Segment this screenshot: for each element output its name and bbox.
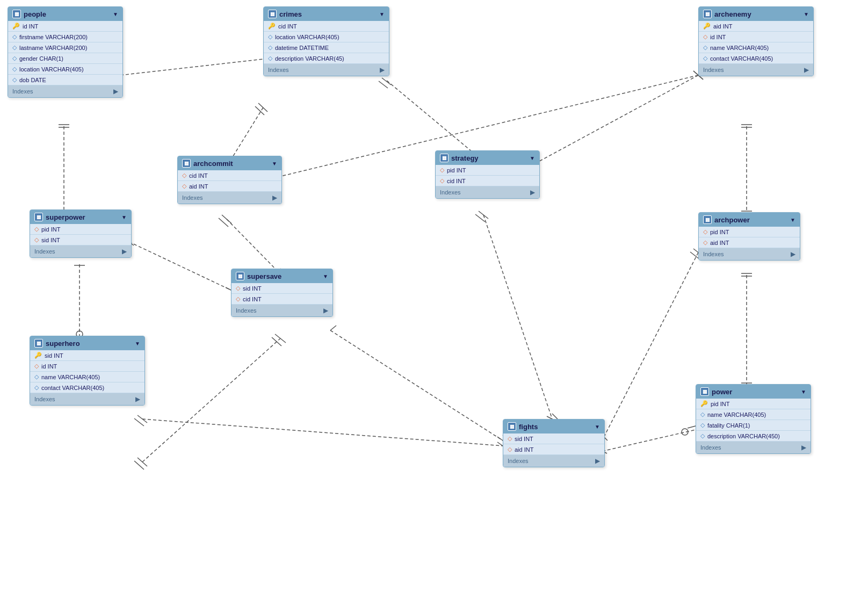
diamond-red-icon: ◇ bbox=[440, 167, 444, 174]
archenemy-indexes-arrow: ▶ bbox=[804, 66, 809, 74]
people-lastname-text: lastname VARCHAR(200) bbox=[19, 45, 87, 51]
diamond-icon: ◇ bbox=[12, 44, 17, 51]
svg-line-34 bbox=[129, 242, 231, 290]
table-archcommit-icon: ▦ bbox=[182, 159, 191, 168]
table-supersave-header[interactable]: ▦ supersave ▼ bbox=[232, 269, 332, 283]
supersave-field-sid: ◇ sid INT bbox=[232, 283, 332, 294]
crimes-chevron[interactable]: ▼ bbox=[379, 11, 385, 17]
archpower-field-pid: ◇ pid INT bbox=[699, 227, 800, 237]
table-strategy: ▦ strategy ▼ ◇ pid INT ◇ cid INT Indexes… bbox=[435, 150, 540, 199]
superpower-indexes[interactable]: Indexes ▶ bbox=[30, 245, 131, 257]
table-crimes-title: crimes bbox=[279, 10, 302, 18]
people-indexes[interactable]: Indexes ▶ bbox=[8, 85, 122, 97]
crimes-location-text: location VARCHAR(405) bbox=[275, 34, 339, 40]
diamond-icon: ◇ bbox=[700, 411, 705, 418]
archenemy-indexes[interactable]: Indexes ▶ bbox=[699, 64, 813, 76]
svg-point-70 bbox=[682, 429, 688, 435]
table-people-icon: ▦ bbox=[12, 10, 21, 18]
table-power-header[interactable]: ▦ power ▼ bbox=[696, 385, 811, 399]
archenemy-chevron[interactable]: ▼ bbox=[804, 11, 809, 17]
table-superpower-icon: ▦ bbox=[34, 213, 43, 221]
table-strategy-header[interactable]: ▦ strategy ▼ bbox=[436, 151, 539, 165]
people-field-lastname: ◇ lastname VARCHAR(200) bbox=[8, 42, 122, 53]
strategy-field-cid: ◇ cid INT bbox=[436, 176, 539, 186]
table-archenemy-header[interactable]: ▦ archenemy ▼ bbox=[699, 7, 813, 21]
fights-indexes-label: Indexes bbox=[508, 458, 529, 464]
svg-line-49 bbox=[602, 252, 698, 440]
archcommit-aid-text: aid INT bbox=[189, 183, 208, 190]
superhero-indexes[interactable]: Indexes ▶ bbox=[30, 393, 144, 405]
table-supersave: ▦ supersave ▼ ◇ sid INT ◇ cid INT Indexe… bbox=[231, 269, 333, 317]
power-pid-text: pid INT bbox=[711, 401, 729, 407]
table-archcommit-header[interactable]: ▦ archcommit ▼ bbox=[178, 156, 281, 170]
power-indexes[interactable]: Indexes ▶ bbox=[696, 442, 811, 453]
superhero-contact-text: contact VARCHAR(405) bbox=[41, 385, 104, 391]
power-chevron[interactable]: ▼ bbox=[801, 389, 806, 395]
table-archpower-header[interactable]: ▦ archpower ▼ bbox=[699, 213, 800, 227]
archpower-indexes[interactable]: Indexes ▶ bbox=[699, 248, 800, 260]
svg-line-64 bbox=[142, 419, 503, 446]
superpower-field-sid: ◇ sid INT bbox=[30, 235, 131, 245]
table-archenemy-title: archenemy bbox=[714, 10, 751, 18]
power-field-description: ◇ description VARCHAR(450) bbox=[696, 431, 811, 442]
strategy-indexes-arrow: ▶ bbox=[530, 189, 535, 196]
table-people-title: people bbox=[24, 10, 46, 18]
table-archcommit-title: archcommit bbox=[193, 160, 233, 168]
people-field-id: 🔑 id INT bbox=[8, 21, 122, 32]
table-superpower-header[interactable]: ▦ superpower ▼ bbox=[30, 210, 131, 224]
table-supersave-title: supersave bbox=[247, 272, 281, 280]
fights-field-aid: ◇ aid INT bbox=[503, 444, 604, 455]
connections-svg bbox=[0, 0, 868, 607]
power-field-name: ◇ name VARCHAR(405) bbox=[696, 409, 811, 420]
strategy-indexes[interactable]: Indexes ▶ bbox=[436, 186, 539, 198]
fights-chevron[interactable]: ▼ bbox=[595, 424, 600, 430]
svg-line-35 bbox=[226, 287, 231, 290]
strategy-chevron[interactable]: ▼ bbox=[530, 155, 535, 161]
people-indexes-label: Indexes bbox=[12, 88, 33, 95]
superhero-sid-text: sid INT bbox=[45, 352, 63, 359]
table-fights-header[interactable]: ▦ fights ▼ bbox=[503, 420, 604, 433]
fights-indexes[interactable]: Indexes ▶ bbox=[503, 455, 604, 467]
supersave-sid-text: sid INT bbox=[243, 285, 262, 292]
svg-line-15 bbox=[382, 78, 391, 85]
superhero-id-text: id INT bbox=[41, 363, 57, 370]
archcommit-indexes[interactable]: Indexes ▶ bbox=[178, 192, 281, 204]
diamond-icon: ◇ bbox=[268, 55, 272, 62]
crimes-datetime-text: datetime DATETIME bbox=[275, 45, 329, 51]
superhero-field-id: ◇ id INT bbox=[30, 361, 144, 372]
archenemy-id-text: id INT bbox=[710, 34, 726, 40]
svg-line-46 bbox=[552, 414, 558, 419]
diamond-icon: ◇ bbox=[268, 44, 272, 51]
diamond-icon: ◇ bbox=[703, 44, 707, 51]
archpower-chevron[interactable]: ▼ bbox=[790, 217, 795, 223]
archenemy-name-text: name VARCHAR(405) bbox=[710, 45, 769, 51]
table-people-header[interactable]: ▦ people ▼ bbox=[8, 7, 122, 21]
crimes-indexes[interactable]: Indexes ▶ bbox=[264, 64, 389, 76]
archenemy-field-id: ◇ id INT bbox=[699, 32, 813, 42]
diamond-red-icon: ◇ bbox=[34, 236, 39, 243]
superhero-indexes-arrow: ▶ bbox=[135, 395, 140, 403]
superpower-chevron[interactable]: ▼ bbox=[121, 214, 127, 220]
erd-canvas: ▦ people ▼ 🔑 id INT ◇ firstname VARCHAR(… bbox=[0, 0, 868, 607]
svg-line-42 bbox=[222, 215, 232, 223]
table-archcommit: ▦ archcommit ▼ ◇ cid INT ◇ aid INT Index… bbox=[177, 156, 282, 204]
crimes-indexes-arrow: ▶ bbox=[380, 66, 385, 74]
archcommit-indexes-arrow: ▶ bbox=[272, 194, 277, 201]
people-chevron[interactable]: ▼ bbox=[113, 11, 118, 17]
diamond-red-icon: ◇ bbox=[182, 172, 186, 179]
supersave-indexes[interactable]: Indexes ▶ bbox=[232, 305, 332, 316]
supersave-chevron[interactable]: ▼ bbox=[323, 273, 328, 279]
table-crimes-header[interactable]: ▦ crimes ▼ bbox=[264, 7, 389, 21]
strategy-indexes-label: Indexes bbox=[440, 189, 461, 196]
svg-line-65 bbox=[138, 415, 147, 423]
svg-line-39 bbox=[227, 219, 280, 274]
diamond-red-icon: ◇ bbox=[703, 33, 707, 40]
people-field-gender: ◇ gender CHAR(1) bbox=[8, 53, 122, 64]
archpower-aid-text: aid INT bbox=[710, 240, 729, 246]
superhero-chevron[interactable]: ▼ bbox=[135, 341, 140, 346]
svg-line-61 bbox=[134, 461, 144, 469]
svg-line-69 bbox=[602, 430, 696, 451]
power-fatality-text: fatality CHAR(1) bbox=[707, 422, 750, 429]
archcommit-chevron[interactable]: ▼ bbox=[272, 161, 277, 167]
table-superhero-header[interactable]: ▦ superhero ▼ bbox=[30, 336, 144, 350]
